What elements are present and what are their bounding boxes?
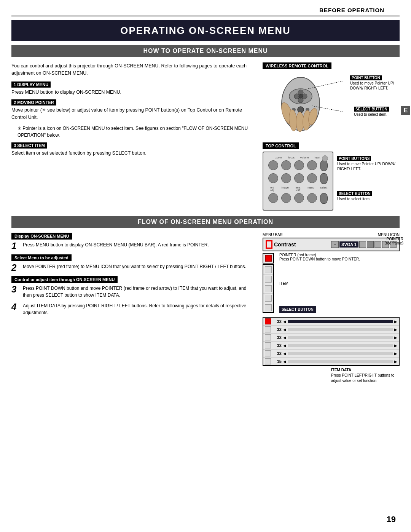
data-arrow-r-3: ▶	[394, 335, 397, 340]
data-row-3: 32 ◀ ▶	[263, 334, 399, 342]
step4-row: 4 Adjust ITEM DATA by pressing POINT RIG…	[11, 302, 255, 316]
pointer-red-label: POINTER (red frame)	[279, 253, 360, 257]
top-control-section: TOP CONTROL zoom focus volume input	[263, 139, 400, 211]
pointer-press-desc: Press POINT DOWN button to move POINTER.	[279, 257, 360, 261]
data-bar-4	[288, 344, 393, 347]
menu-bar-label: MENU BAR	[263, 233, 283, 237]
menu-icon-label: MENU ICON	[378, 233, 400, 237]
panel-btn-2	[281, 173, 291, 183]
point-buttons-desc: Used to move Pointer UP/ DOWN/ RIGHT/ LE…	[337, 161, 400, 171]
panel-btn-1	[268, 173, 278, 183]
item-icon-1	[265, 266, 272, 273]
pointer-item	[263, 253, 274, 264]
panel-oval-right2	[320, 173, 328, 184]
item-data-label: ITEM DATA	[331, 367, 400, 373]
section1-header: HOW TO OPERATE ON-SCREEN MENU	[11, 45, 400, 57]
section2-header: FLOW OF ON-SCREEN MENU OPERATION	[11, 216, 400, 228]
wireless-label: WIRELESS REMOTE CONTROL	[263, 62, 331, 69]
step4-number: 4	[11, 302, 20, 312]
panel-btn-volume	[294, 160, 304, 170]
select-button2-label: SELECT BUTTON	[337, 191, 372, 196]
step3-body: Press POINT DOWN button and move POINTER…	[23, 285, 255, 299]
svg-point-12	[296, 112, 304, 132]
item-row-5	[263, 303, 273, 312]
section2-left: Display ON-SCREEN MENU 1 Press MENU butt…	[11, 233, 255, 383]
panel-btn-5	[268, 193, 278, 203]
data-num-4: 32	[272, 343, 282, 348]
step2-number: 2	[11, 263, 20, 272]
data-row-5: 32 ◀ ▶	[263, 350, 399, 358]
menu-bar-row: Contrast ↔ SVGA 1	[263, 238, 400, 251]
step2-label: 2 MOVING POINTER	[11, 99, 56, 105]
data-icon-2	[265, 326, 271, 332]
panel-btn-focus	[281, 160, 291, 170]
panel-btn-3	[294, 173, 304, 183]
panel-btn-7	[294, 193, 304, 203]
step1-number: 1	[11, 241, 20, 251]
data-list-area: 32 ◀ ▶ 32 ◀ ▶ 32 ◀	[263, 317, 400, 383]
data-arrow-r-5: ▶	[394, 351, 397, 356]
data-icon-3	[265, 334, 271, 340]
data-arrow-r-2: ▶	[394, 328, 397, 332]
top-control-area: zoom focus volume input	[263, 152, 400, 211]
step2-row: 2 Move POINTER (red frame) to MENU ICON …	[11, 263, 255, 272]
data-arrow-3: ◀	[283, 335, 286, 340]
select-button2-annotation: SELECT BUTTON Used to select item.	[337, 190, 400, 201]
step3-block: 3 SELECT ITEM Select item or set selecte…	[11, 142, 251, 157]
data-arrow-5: ◀	[283, 351, 286, 356]
data-bar-5	[288, 352, 393, 355]
data-row-1: 32 ◀ ▶	[263, 318, 399, 326]
menu-bar-area: Contrast ↔ SVGA 1 POINTER (red frame)	[263, 238, 400, 251]
pointer-annotation: POINTER (red frame)	[385, 237, 403, 245]
control-step-header: Control or adjust item through ON-SCREEN…	[11, 276, 118, 283]
before-operation-header: BEFORE OPERATION	[11, 0, 400, 16]
data-list: 32 ◀ ▶ 32 ◀ ▶ 32 ◀	[263, 317, 400, 366]
panel-btn-4	[307, 173, 317, 183]
select-button-desc: Used to select item.	[354, 112, 400, 117]
data-num-1: 32	[272, 319, 282, 324]
contrast-label: Contrast	[274, 241, 330, 248]
pointer-label: POINTER	[385, 237, 403, 241]
menu-icon-2	[367, 241, 374, 248]
item-list-area: POINTER (red frame) Press POINT DOWN but…	[263, 253, 400, 313]
point-button-annotation: POINT BUTTON Used to move Pointer UP/ DO…	[350, 75, 400, 91]
data-arrow-r-4: ▶	[394, 343, 397, 348]
data-icon-4	[265, 342, 271, 348]
point-button-desc: Used to move Pointer UP/ DOWN/ RIGHT/ LE…	[350, 81, 400, 91]
pointer-desc: (red frame)	[385, 241, 403, 245]
menu-icon-3	[374, 241, 381, 248]
step1-row: 1 Press MENU button to display ON-SCREEN…	[11, 241, 255, 251]
section1-content: You can control and adjust this projecto…	[11, 57, 400, 211]
data-num-3: 32	[272, 335, 282, 340]
panel-btn-8	[307, 193, 317, 203]
data-arrow-4: ◀	[283, 343, 286, 348]
pointer-icon-red	[265, 255, 272, 262]
panel-oval-right	[320, 160, 328, 171]
select-step-header: Select Menu to be adjusted	[11, 254, 72, 261]
item-data-annotation: ITEM DATA Press POINT LEFT/RIGHT buttons…	[331, 367, 400, 383]
item-row-4	[263, 294, 273, 303]
svga-label: SVGA 1	[339, 241, 358, 248]
data-bar-6	[288, 360, 393, 363]
section1-left: You can control and adjust this projecto…	[11, 62, 255, 211]
step2-text: Move pointer (✳ see below) or adjust val…	[11, 107, 251, 121]
step2-block: 2 MOVING POINTER Move pointer (✳ see bel…	[11, 99, 251, 121]
data-icon-5	[265, 350, 271, 356]
step1-text: Press MENU button to display ON-SCREEN M…	[11, 89, 251, 96]
menu-icon-1	[359, 241, 366, 248]
select-button-annotation: SELECT BUTTON Used to select item.	[354, 106, 400, 117]
e-badge: E	[401, 106, 410, 115]
item-label-annotation: ITEM	[279, 281, 360, 286]
red-frame-pointer	[266, 240, 272, 249]
svg-point-7	[298, 107, 304, 113]
top-control-annotations: POINT BUTTONS Used to move Pointer UP/ D…	[337, 152, 400, 201]
select-button-box: SELECT BUTTON	[279, 306, 316, 313]
data-num-5: 32	[272, 351, 282, 356]
select-button-label: SELECT BUTTON	[354, 107, 389, 112]
select-button2-desc: Used to select item.	[337, 197, 400, 201]
intro-text: You can control and adjust this projecto…	[11, 62, 251, 77]
data-bar-1	[288, 320, 393, 323]
top-control-label: TOP CONTROL	[263, 142, 299, 149]
panel-indicator	[322, 155, 328, 161]
data-row-6: 15 ◀ ▶	[263, 358, 399, 365]
